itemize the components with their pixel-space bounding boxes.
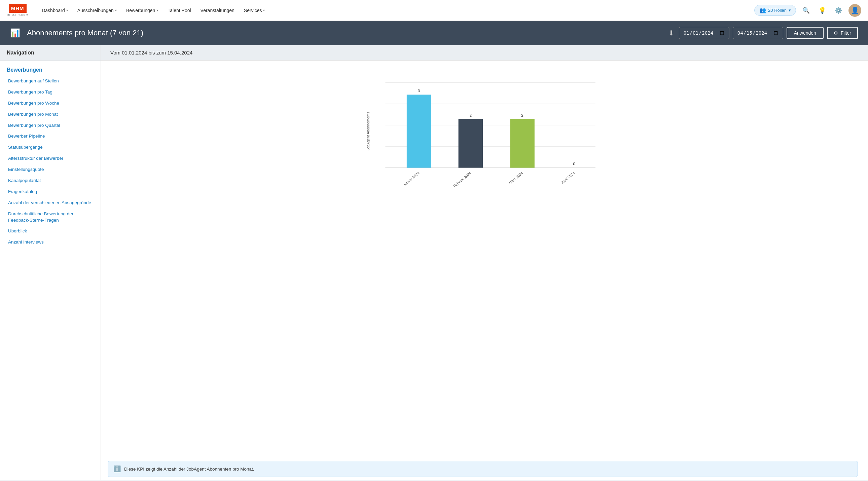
sidebar-item-feedback-sterne[interactable]: Durchschnittliche Bewertung der Feedback…	[0, 209, 101, 226]
sidebar-item-altersstruktur[interactable]: Altersstruktur der Bewerber	[0, 153, 101, 164]
help-button[interactable]: 💡	[816, 4, 828, 17]
sidebar-item-bewerbungen-pro-tag[interactable]: Bewerbungen pro Tag	[0, 87, 101, 98]
info-icon: ℹ️	[113, 465, 121, 473]
svg-text:2: 2	[470, 113, 472, 118]
download-button[interactable]: ⬇	[667, 28, 676, 38]
date-range-bar: Vom 01.01.2024 bis zum 15.04.2024	[101, 45, 868, 61]
svg-text:3: 3	[418, 89, 420, 93]
bar-januar	[407, 95, 431, 167]
sidebar-item-statusuebergaenge[interactable]: Statusübergänge	[0, 142, 101, 153]
svg-text:Februar 2024: Februar 2024	[453, 171, 472, 188]
logo[interactable]: MHM MHM-HR.COM	[7, 4, 28, 17]
main-layout: Navigation Bewerbungen Bewerbungen auf S…	[0, 45, 868, 480]
filter-icon: ⚙	[834, 30, 838, 36]
page-header: 📊 Abonnements pro Monat (7 von 21) ⬇ Anw…	[0, 21, 868, 45]
chevron-down-icon: ▾	[263, 8, 265, 12]
nav-ausschreibungen[interactable]: Ausschreibungen ▾	[73, 5, 121, 16]
sidebar-item-bewerbungen-pro-quartal[interactable]: Bewerbungen pro Quartal	[0, 120, 101, 131]
search-button[interactable]: 🔍	[800, 4, 812, 17]
chevron-down-icon: ▾	[115, 8, 117, 12]
content-area: Vom 01.01.2024 bis zum 15.04.2024 JobAge…	[101, 45, 868, 480]
svg-text:Januar 2024: Januar 2024	[402, 171, 420, 187]
nav-dashboard[interactable]: Dashboard ▾	[38, 5, 72, 16]
sidebar-item-bewerbungen-pro-woche[interactable]: Bewerbungen pro Woche	[0, 98, 101, 109]
date-to-input[interactable]	[733, 27, 783, 39]
date-from-input[interactable]	[679, 27, 730, 39]
sidebar-item-absagegruende[interactable]: Anzahl der verschiedenen Absagegründe	[0, 197, 101, 209]
chart-icon: 📊	[10, 28, 20, 38]
nav-talent-pool[interactable]: Talent Pool	[163, 5, 195, 16]
svg-text:März 2024: März 2024	[508, 171, 524, 185]
nav-links: Dashboard ▾ Ausschreibungen ▾ Bewerbunge…	[38, 5, 754, 16]
sidebar-item-bewerber-pipeline[interactable]: Bewerber Pipeline	[0, 131, 101, 142]
bar-chart: JobAgent Abonnements 3	[345, 67, 621, 195]
info-box: ℹ️ Diese KPI zeigt die Anzahl der JobAge…	[108, 461, 858, 477]
header-actions: ⬇ Anwenden ⚙ Filter	[667, 27, 858, 39]
svg-text:0: 0	[573, 161, 575, 166]
chevron-down-icon: ▾	[66, 8, 68, 12]
navbar: MHM MHM-HR.COM Dashboard ▾ Ausschreibung…	[0, 0, 868, 21]
svg-text:April 2024: April 2024	[560, 171, 575, 185]
bar-februar	[459, 119, 483, 168]
sidebar: Navigation Bewerbungen Bewerbungen auf S…	[0, 45, 101, 480]
sidebar-item-ueberblick[interactable]: Überblick	[0, 226, 101, 237]
sidebar-item-fragenkatalog[interactable]: Fragenkatalog	[0, 186, 101, 197]
sidebar-item-bewerbungen-auf-stellen[interactable]: Bewerbungen auf Stellen	[0, 76, 101, 87]
nav-right: 👥 20 Rollen ▾ 🔍 💡 ⚙️ 👤	[754, 4, 861, 17]
roles-button[interactable]: 👥 20 Rollen ▾	[754, 5, 796, 16]
logo-sub: MHM-HR.COM	[7, 13, 28, 17]
bar-maerz	[510, 119, 534, 168]
avatar[interactable]: 👤	[848, 4, 861, 17]
chevron-down-icon: ▾	[788, 8, 791, 13]
sidebar-item-anzahl-interviews[interactable]: Anzahl Interviews	[0, 237, 101, 248]
settings-button[interactable]: ⚙️	[832, 4, 844, 17]
chevron-down-icon: ▾	[156, 8, 158, 12]
sidebar-item-kanalpopularitaet[interactable]: Kanalpopularität	[0, 175, 101, 186]
sidebar-header: Navigation	[0, 45, 101, 61]
chart-container: JobAgent Abonnements 3	[101, 61, 868, 480]
svg-text:JobAgent Abonnements: JobAgent Abonnements	[366, 112, 370, 151]
page-title: Abonnements pro Monat (7 von 21)	[27, 29, 660, 37]
sidebar-section-bewerbungen: Bewerbungen	[0, 61, 101, 76]
nav-veranstaltungen[interactable]: Veranstaltungen	[196, 5, 239, 16]
svg-chart-wrapper: JobAgent Abonnements 3	[108, 67, 858, 457]
info-text: Diese KPI zeigt die Anzahl der JobAgent …	[124, 467, 254, 472]
apply-button[interactable]: Anwenden	[786, 27, 824, 39]
nav-services[interactable]: Services ▾	[240, 5, 269, 16]
sidebar-item-bewerbungen-pro-monat[interactable]: Bewerbungen pro Monat	[0, 109, 101, 120]
sidebar-item-einstellungsquote[interactable]: Einstellungsquote	[0, 164, 101, 175]
svg-text:2: 2	[521, 113, 524, 118]
nav-bewerbungen[interactable]: Bewerbungen ▾	[122, 5, 162, 16]
logo-text: MHM	[9, 4, 27, 13]
filter-button[interactable]: ⚙ Filter	[827, 27, 858, 39]
